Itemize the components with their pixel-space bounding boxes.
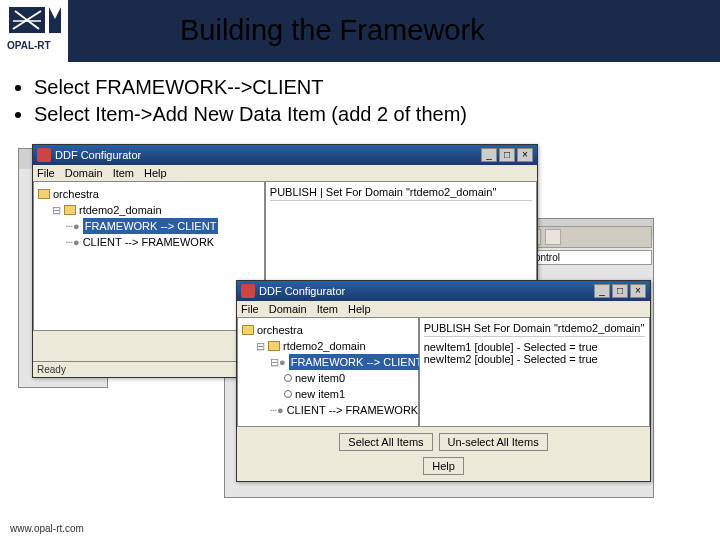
- list-item[interactable]: newItem2 [double] - Selected = true: [424, 353, 645, 365]
- maximize-button[interactable]: □: [612, 284, 628, 298]
- tree-item-selected[interactable]: FRAMEWORK --> CLIENT: [289, 354, 425, 370]
- minimize-button[interactable]: _: [481, 148, 497, 162]
- app-icon: [241, 284, 255, 298]
- tree-domain[interactable]: rtdemo2_domain: [283, 338, 366, 354]
- tree-root[interactable]: orchestra: [257, 322, 303, 338]
- menu-item[interactable]: Item: [113, 167, 134, 179]
- maximize-button[interactable]: □: [499, 148, 515, 162]
- toolbar-button-icon[interactable]: [545, 229, 561, 245]
- tree-domain[interactable]: rtdemo2_domain: [79, 202, 162, 218]
- window-title: DDF Configurator: [55, 149, 141, 161]
- tree-root[interactable]: orchestra: [53, 186, 99, 202]
- pane-header: PUBLISH | Set For Domain "rtdemo2_domain…: [270, 186, 532, 201]
- title-bar[interactable]: DDF Configurator _ □ ×: [237, 281, 650, 301]
- close-button[interactable]: ×: [630, 284, 646, 298]
- slide-header: OPAL-RT Building the Framework: [0, 0, 720, 62]
- logo: OPAL-RT: [0, 0, 68, 62]
- opal-rt-logo-icon: OPAL-RT: [3, 3, 65, 59]
- pane-header: PUBLISH Set For Domain "rtdemo2_domain": [424, 322, 645, 337]
- folder-icon: [38, 189, 50, 199]
- menu-item[interactable]: Item: [317, 303, 338, 315]
- button-row: Help: [237, 457, 650, 481]
- leaf-icon: [284, 390, 292, 398]
- menu-domain[interactable]: Domain: [269, 303, 307, 315]
- app-icon: [37, 148, 51, 162]
- window-ddf-configurator-2: DDF Configurator _ □ × File Domain Item …: [236, 280, 651, 482]
- page-title: Building the Framework: [180, 14, 485, 47]
- title-bar[interactable]: DDF Configurator _ □ ×: [33, 145, 537, 165]
- tree-item-selected[interactable]: FRAMEWORK --> CLIENT: [83, 218, 219, 234]
- menu-domain[interactable]: Domain: [65, 167, 103, 179]
- svg-text:OPAL-RT: OPAL-RT: [7, 40, 51, 51]
- menu-help[interactable]: Help: [144, 167, 167, 179]
- help-button[interactable]: Help: [423, 457, 464, 475]
- bullet-item: Select Item->Add New Data Item (add 2 of…: [34, 103, 720, 126]
- close-button[interactable]: ×: [517, 148, 533, 162]
- footer-url: www.opal-rt.com: [10, 523, 84, 534]
- folder-icon: [64, 205, 76, 215]
- leaf-icon: [284, 374, 292, 382]
- folder-icon: [268, 341, 280, 351]
- menu-bar: File Domain Item Help: [33, 165, 537, 181]
- list-item[interactable]: newItem1 [double] - Selected = true: [424, 341, 645, 353]
- folder-icon: [242, 325, 254, 335]
- unselect-all-button[interactable]: Un-select All Items: [439, 433, 548, 451]
- menu-file[interactable]: File: [241, 303, 259, 315]
- button-row: Select All Items Un-select All Items: [237, 427, 650, 457]
- tree-leaf[interactable]: new item1: [295, 386, 345, 402]
- tree-leaf[interactable]: new item0: [295, 370, 345, 386]
- tree-item[interactable]: CLIENT --> FRAMEWORK: [287, 402, 419, 418]
- title-underline: [180, 52, 550, 55]
- tree-view[interactable]: orchestra ⊟rtdemo2_domain ⊟●FRAMEWORK --…: [237, 317, 419, 427]
- bullet-item: Select FRAMEWORK-->CLIENT: [34, 76, 720, 99]
- select-all-button[interactable]: Select All Items: [339, 433, 432, 451]
- menu-help[interactable]: Help: [348, 303, 371, 315]
- tree-item[interactable]: CLIENT --> FRAMEWORK: [83, 234, 215, 250]
- menu-file[interactable]: File: [37, 167, 55, 179]
- bullet-list: Select FRAMEWORK-->CLIENT Select Item->A…: [34, 76, 720, 126]
- tree-view[interactable]: orchestra ⊟rtdemo2_domain ┄●FRAMEWORK --…: [33, 181, 265, 331]
- minimize-button[interactable]: _: [594, 284, 610, 298]
- menu-bar: File Domain Item Help: [237, 301, 650, 317]
- right-pane: PUBLISH Set For Domain "rtdemo2_domain" …: [419, 317, 650, 427]
- window-title: DDF Configurator: [259, 285, 345, 297]
